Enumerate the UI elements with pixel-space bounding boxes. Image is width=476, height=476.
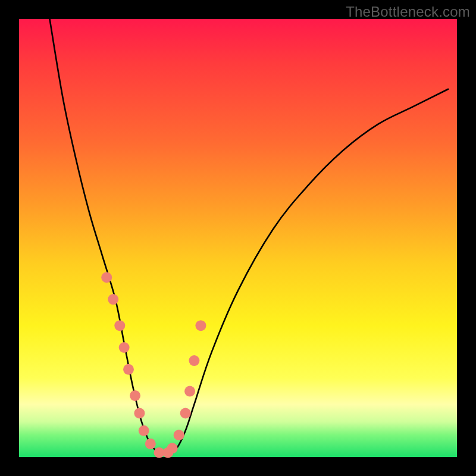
curve-marker — [184, 386, 195, 397]
curve-marker — [123, 364, 134, 375]
curve-marker — [189, 355, 199, 366]
curve-marker — [180, 408, 191, 418]
curve-marker — [167, 443, 178, 453]
curve-marker — [114, 320, 125, 331]
plot-area — [19, 19, 457, 457]
watermark-text: TheBottleneck.com — [346, 4, 470, 20]
curve-marker — [195, 320, 206, 331]
curve-marker — [174, 430, 184, 440]
marker-group — [101, 272, 206, 458]
curve-marker — [145, 439, 156, 449]
curve-marker — [134, 408, 145, 418]
curve-marker — [108, 294, 118, 305]
curve-marker — [119, 342, 130, 353]
chart-frame: TheBottleneck.com — [0, 0, 476, 476]
curve-marker — [130, 390, 140, 401]
curve-marker — [101, 272, 112, 283]
bottleneck-curve — [50, 19, 449, 453]
curve-marker — [139, 425, 149, 436]
chart-overlay-svg — [19, 19, 457, 457]
